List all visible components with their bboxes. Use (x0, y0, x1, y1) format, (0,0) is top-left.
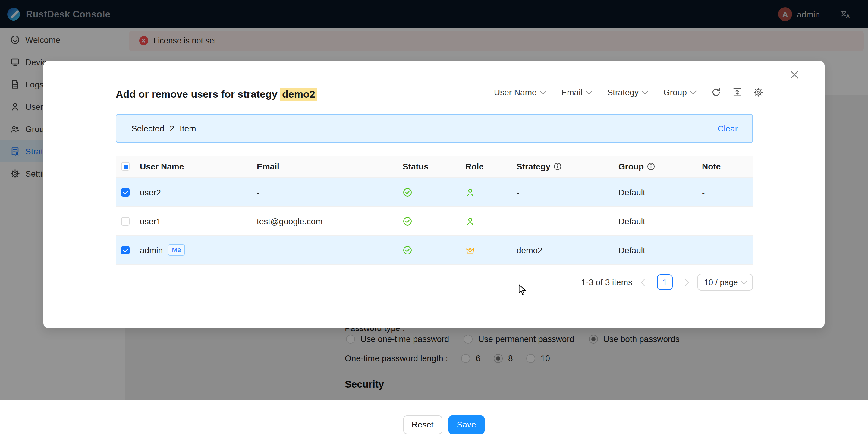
modal-title: Add or remove users for strategy demo2 (116, 89, 317, 101)
column-header-group: Group (613, 161, 695, 171)
info-icon[interactable] (647, 162, 655, 171)
strategy-cell: demo2 (510, 245, 613, 255)
filter-group[interactable]: Group (663, 87, 696, 97)
selection-count-text: Selected 2 Item (131, 123, 196, 133)
group-cell: Default (613, 245, 695, 255)
column-header-role: Role (461, 161, 510, 171)
strategy-cell: - (510, 187, 613, 197)
gear-icon[interactable] (754, 87, 764, 97)
next-page-icon[interactable] (681, 278, 689, 286)
column-header-strategy: Strategy (510, 161, 613, 171)
refresh-icon[interactable] (712, 87, 721, 97)
close-icon[interactable] (789, 70, 799, 80)
email-cell: test@google.com (247, 216, 395, 226)
column-header-email: Email (247, 161, 395, 171)
group-cell: Default (613, 187, 695, 197)
filter-strategy[interactable]: Strategy (607, 87, 648, 97)
status-enabled-icon (395, 187, 461, 197)
role-user-icon (461, 187, 510, 197)
modal-title-prefix: Add or remove users for strategy (116, 89, 280, 100)
user-name-cell: admin Me (134, 244, 247, 256)
column-header-user-name: User Name (134, 161, 247, 171)
page-size-value: 10 / page (704, 278, 738, 287)
chevron-down-icon (642, 88, 649, 95)
settings-footer: Reset Save (0, 399, 868, 448)
row-checkbox[interactable] (121, 217, 130, 225)
email-cell: - (247, 245, 395, 255)
add-remove-users-modal: Add or remove users for strategy demo2 U… (43, 61, 824, 328)
users-table: User Name Email Status Role Strategy Gro… (116, 155, 753, 265)
pagination-total-text: 1-3 of 3 items (581, 277, 632, 287)
group-cell: Default (613, 216, 695, 226)
note-cell: - (695, 216, 753, 226)
status-enabled-icon (395, 245, 461, 255)
pagination: 1-3 of 3 items 1 10 / page (116, 274, 753, 291)
filter-user-name[interactable]: User Name (494, 87, 546, 97)
user-name-cell: user1 (134, 216, 247, 226)
note-cell: - (695, 187, 753, 197)
page-size-select[interactable]: 10 / page (698, 274, 753, 291)
row-checkbox[interactable] (121, 188, 130, 196)
save-button[interactable]: Save (448, 415, 485, 434)
row-checkbox[interactable] (121, 246, 130, 254)
table-row[interactable]: admin Me - demo2 Default - (116, 236, 753, 265)
chevron-down-icon (586, 88, 592, 95)
user-name-cell: user2 (134, 187, 247, 197)
previous-page-icon[interactable] (641, 278, 648, 286)
column-header-note: Note (695, 161, 753, 171)
filter-bar: User Name Email Strategy Group (494, 87, 764, 97)
table-row[interactable]: user1 test@google.com - Default - (116, 207, 753, 236)
table-header-row: User Name Email Status Role Strategy Gro… (116, 155, 753, 178)
select-all-checkbox[interactable] (121, 162, 130, 171)
role-admin-crown-icon (461, 245, 510, 255)
rustdesk-console-screen: RustDesk Console A admin A Welcome Devic… (0, 0, 868, 448)
selection-bar: Selected 2 Item Clear (116, 114, 753, 143)
filter-email[interactable]: Email (561, 87, 592, 97)
role-user-icon (461, 216, 510, 226)
clear-selection-link[interactable]: Clear (718, 123, 738, 133)
current-page-button[interactable]: 1 (657, 274, 673, 290)
info-icon[interactable] (553, 162, 562, 171)
chevron-down-icon (690, 88, 697, 95)
table-row[interactable]: user2 - - Default - (116, 178, 753, 207)
modal-title-strategy-name: demo2 (280, 88, 317, 101)
note-cell: - (695, 245, 753, 255)
status-enabled-icon (395, 216, 461, 226)
chevron-down-icon (540, 88, 547, 95)
me-badge: Me (167, 244, 185, 256)
reset-button[interactable]: Reset (403, 415, 442, 434)
chevron-down-icon (741, 278, 747, 285)
strategy-cell: - (510, 216, 613, 226)
email-cell: - (247, 187, 395, 197)
column-header-status: Status (395, 161, 461, 171)
column-height-icon[interactable] (733, 87, 742, 97)
